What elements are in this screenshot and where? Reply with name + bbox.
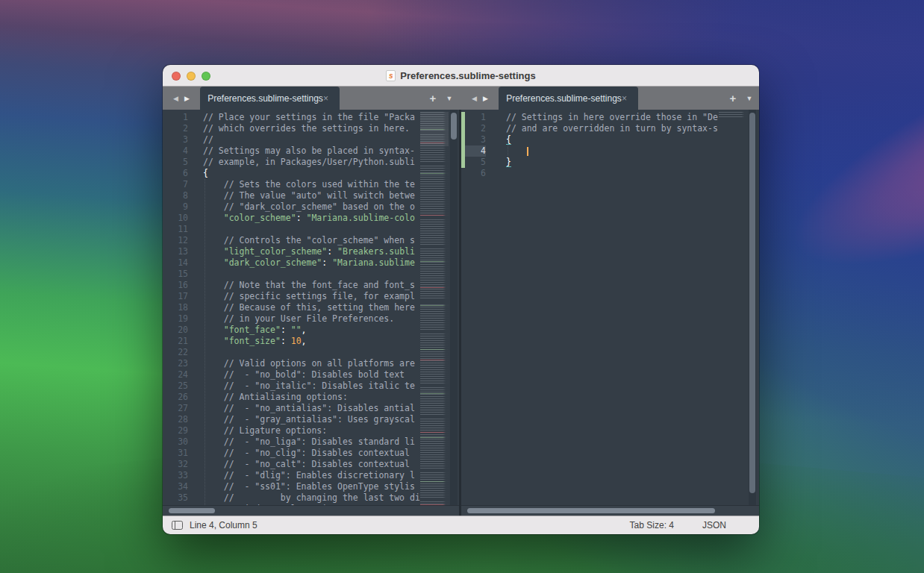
sublime-file-icon: s (386, 70, 396, 81)
horizontal-scrollbar-left[interactable] (163, 505, 459, 516)
vertical-scrollbar-left[interactable] (450, 110, 458, 505)
next-tab-icon[interactable]: ▶ (184, 95, 190, 102)
line-number: 10 (163, 213, 188, 224)
line-number: 2 (465, 123, 486, 134)
line-number: 5 (163, 157, 188, 168)
tab-strip-right: ◀ ▶ Preferences.sublime-settings × + ▼ (461, 87, 759, 110)
minimize-window-button[interactable] (187, 72, 196, 81)
code-line: // - "ss01": Enables OpenType stylis (203, 481, 420, 492)
code-line: // Note that the font_face and font_s (203, 280, 420, 291)
code-line (506, 145, 719, 157)
minimap-left[interactable] (420, 112, 449, 505)
zoom-window-button[interactable] (202, 72, 210, 81)
line-number: 14 (163, 257, 188, 269)
line-number: 29 (163, 425, 188, 436)
line-number: 6 (163, 168, 188, 179)
vertical-scrollbar-thumb[interactable] (451, 113, 457, 140)
horizontal-scrollbar-thumb[interactable] (467, 508, 715, 513)
line-number: 25 (163, 381, 188, 392)
window-titlebar: s Preferences.sublime-settings (163, 65, 759, 87)
code-line: "color_scheme": "Mariana.sublime-colo (203, 213, 420, 224)
minimap-content (719, 112, 747, 117)
code-line: // specific settings file, for exampl (203, 291, 420, 302)
new-tab-icon[interactable]: + (425, 92, 441, 104)
horizontal-scrollbar-right[interactable] (461, 505, 759, 516)
line-number: 20 (163, 325, 188, 336)
editor-pane-right[interactable]: 123456 // Settings in here override thos… (461, 110, 759, 516)
tab-overflow-icon[interactable]: ▼ (441, 95, 458, 102)
line-number: 4 (465, 145, 486, 157)
line-number: 22 (163, 347, 188, 358)
tab-label: Preferences.sublime-settings (200, 93, 323, 104)
close-window-button[interactable] (172, 72, 181, 81)
line-number: 35 (163, 492, 188, 504)
code-line: // Valid options on all platforms are (203, 358, 420, 369)
prev-tab-icon[interactable]: ◀ (173, 95, 178, 102)
code-line: // - "no_liga": Disables standard li (203, 436, 420, 448)
gutter-right: 123456 (465, 112, 494, 179)
tab-strip-actions-right: + ▼ (725, 87, 758, 110)
line-number: 1 (163, 112, 188, 123)
vertical-scrollbar-thumb[interactable] (749, 113, 755, 493)
next-tab-icon[interactable]: ▶ (483, 95, 488, 102)
line-number: 12 (163, 235, 188, 246)
line-number: 13 (163, 246, 188, 257)
code-line: // Settings may also be placed in syntax… (203, 145, 420, 157)
minimap-viewport[interactable] (420, 112, 449, 146)
code-line: } (506, 157, 719, 168)
code-line: // - "dlig": Enables discretionary l (203, 470, 420, 481)
minimap-right[interactable] (719, 112, 747, 117)
line-number: 28 (163, 414, 188, 425)
cursor-position-status[interactable]: Line 4, Column 5 (190, 520, 257, 530)
line-number: 26 (163, 392, 188, 403)
editor-surface-left[interactable]: // Place your settings in the file "Pack… (203, 112, 420, 515)
code-line: // - "gray_antialias": Uses grayscal (203, 414, 420, 425)
line-number: 19 (163, 313, 188, 325)
code-line: // example, in Packages/User/Python.subl… (203, 157, 420, 168)
editor-group-right: ◀ ▶ Preferences.sublime-settings × + ▼ 1… (461, 87, 759, 516)
code-line: // - "no_antialias": Disables antial (203, 403, 420, 414)
line-number: 16 (163, 280, 188, 291)
tab-preferences-left[interactable]: Preferences.sublime-settings × (200, 87, 340, 110)
new-tab-icon[interactable]: + (725, 92, 741, 104)
horizontal-scrollbar-thumb[interactable] (169, 508, 215, 513)
line-number: 6 (465, 168, 486, 179)
sidebar-toggle-icon[interactable] (172, 521, 183, 530)
tab-preferences-right[interactable]: Preferences.sublime-settings × (499, 87, 638, 110)
line-number: 18 (163, 302, 188, 313)
code-line: // and are overridden in turn by syntax-… (506, 123, 719, 134)
prev-tab-icon[interactable]: ◀ (472, 95, 477, 102)
syntax-status[interactable]: JSON (702, 520, 726, 530)
code-line: { (506, 134, 719, 145)
line-number: 31 (163, 448, 188, 459)
code-line: // Controls the "color_scheme" when s (203, 235, 420, 246)
code-line: // Antialiasing options: (203, 392, 420, 403)
code-line: // Ligature options: (203, 425, 420, 436)
vertical-scrollbar-right[interactable] (749, 110, 756, 505)
code-line: // The value "auto" will switch betwe (203, 190, 420, 201)
code-line: // - "no_calt": Disables contextual (203, 459, 420, 470)
close-tab-icon[interactable]: × (323, 93, 340, 104)
line-number: 4 (163, 145, 188, 157)
code-line (506, 168, 719, 179)
tab-nav-left: ◀ ▶ (163, 87, 200, 110)
tab-label: Preferences.sublime-settings (499, 93, 622, 104)
code-line: // Settings in here override those in "D… (506, 112, 719, 123)
code-line: // - "no_italic": Disables italic te (203, 381, 420, 392)
tab-strip-left: ◀ ▶ Preferences.sublime-settings × + ▼ (163, 87, 459, 110)
editor-surface-right[interactable]: // Settings in here override those in "D… (506, 112, 719, 179)
tab-overflow-icon[interactable]: ▼ (741, 95, 758, 102)
code-line (203, 269, 420, 280)
tab-size-status[interactable]: Tab Size: 4 (630, 520, 674, 530)
line-number: 21 (163, 336, 188, 347)
line-number: 3 (163, 134, 188, 145)
code-line: // which overrides the settings in here. (203, 123, 420, 134)
line-number: 7 (163, 179, 188, 190)
line-number: 33 (163, 470, 188, 481)
status-bar: Line 4, Column 5 Tab Size: 4 JSON (163, 516, 759, 534)
sublime-text-window: s Preferences.sublime-settings ◀ ▶ Prefe… (163, 65, 759, 534)
close-tab-icon[interactable]: × (622, 93, 638, 104)
line-number: 9 (163, 201, 188, 213)
editor-pane-left[interactable]: 1234567891011121314151617181920212223242… (163, 110, 459, 516)
tab-strip-actions-left: + ▼ (425, 87, 458, 110)
